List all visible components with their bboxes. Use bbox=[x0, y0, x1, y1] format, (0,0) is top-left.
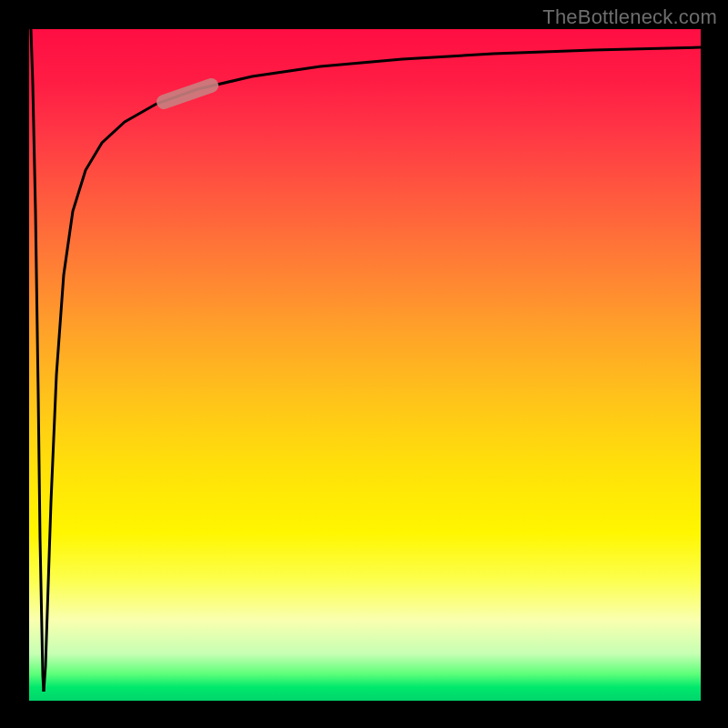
chart-container: TheBottleneck.com bbox=[0, 0, 728, 728]
watermark-label: TheBottleneck.com bbox=[542, 5, 717, 29]
plot-background-gradient bbox=[29, 29, 701, 701]
